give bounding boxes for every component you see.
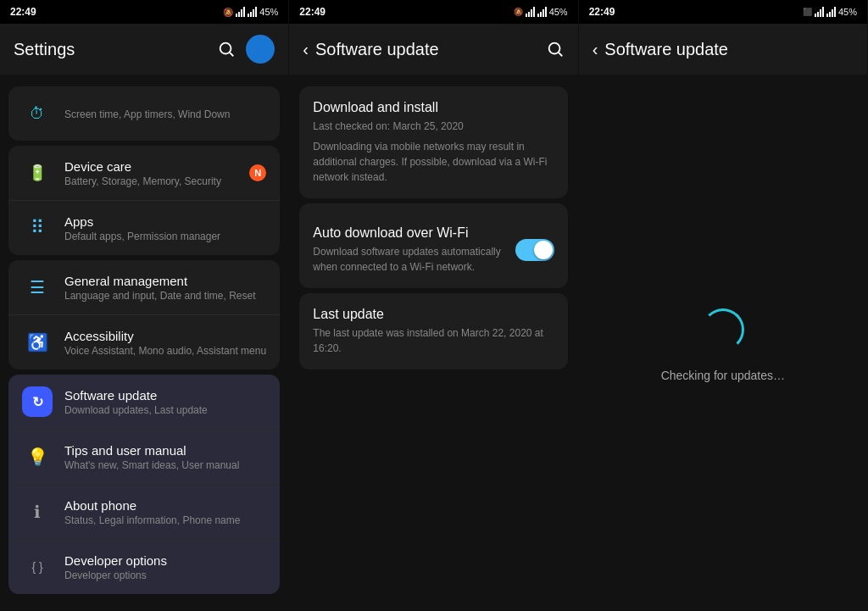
auto-download-toggle-row: Auto download over Wi-Fi Download softwa…: [313, 225, 554, 275]
time-1: 22:49: [10, 6, 36, 18]
accessibility-subtitle: Voice Assistant, Mono audio, Assistant m…: [64, 345, 266, 357]
back-button-3[interactable]: ‹: [593, 40, 598, 59]
loading-spinner: [698, 304, 748, 355]
software-update-panel: 22:49 🔕 45% ‹ Software update Download a…: [289, 0, 578, 611]
software-update-app-bar: ‹ Software update: [289, 24, 577, 75]
svg-line-3: [559, 53, 562, 56]
tips-title: Tips and user manual: [64, 443, 266, 458]
last-update-card: Last update The last update was installe…: [299, 293, 567, 369]
software-update-icon: ↻: [22, 386, 53, 417]
accessibility-text: Accessibility Voice Assistant, Mono audi…: [64, 329, 266, 357]
about-phone-title: About phone: [64, 498, 266, 513]
screenshot-icon: ⬛: [803, 8, 812, 16]
apps-subtitle: Default apps, Permission manager: [64, 231, 266, 242]
download-install-desc: Downloading via mobile networks may resu…: [313, 139, 554, 185]
notification-badge: N: [249, 164, 266, 181]
settings-panel: 22:49 🔕 45% Settings 👤 ⏱: [0, 0, 289, 611]
status-icons-2: 🔕 45%: [514, 7, 568, 17]
device-care-icon: 🔋: [22, 158, 53, 188]
search-icon-1[interactable]: [217, 40, 236, 58]
status-icons-3: ⬛ 45%: [803, 7, 857, 17]
auto-download-desc: Download software updates automatically …: [313, 244, 515, 275]
general-mgmt-subtitle: Language and input, Date and time, Reset: [64, 290, 266, 302]
settings-content: ⏱ Screen time, App timers, Wind Down 🔋 D…: [0, 75, 288, 611]
signal-icon-1: [236, 7, 245, 17]
status-bar-1: 22:49 🔕 45%: [0, 0, 288, 24]
about-phone-text: About phone Status, Legal information, P…: [64, 498, 266, 526]
status-bar-2: 22:49 🔕 45%: [289, 0, 577, 24]
settings-app-bar: Settings 👤: [0, 24, 288, 75]
signal-icon-5: [815, 7, 824, 17]
screen-time-subtitle: Screen time, App timers, Wind Down: [64, 108, 266, 120]
list-item[interactable]: 💡 Tips and user manual What's new, Smart…: [8, 430, 280, 485]
auto-download-title: Auto download over Wi-Fi: [313, 225, 515, 241]
settings-title: Settings: [14, 40, 217, 59]
svg-line-1: [230, 53, 233, 56]
time-3: 22:49: [589, 6, 615, 18]
list-item[interactable]: 🔋 Device care Battery, Storage, Memory, …: [8, 146, 280, 201]
general-mgmt-icon: ☰: [22, 272, 53, 303]
signal-icon-2: [248, 7, 257, 17]
list-item[interactable]: ♿ Accessibility Voice Assistant, Mono au…: [8, 315, 280, 369]
battery-2: 45%: [549, 7, 568, 17]
last-update-title: Last update: [313, 307, 554, 322]
auto-download-card: Auto download over Wi-Fi Download softwa…: [299, 203, 567, 288]
checking-area: Checking for updates…: [579, 75, 867, 611]
battery-3: 45%: [838, 7, 857, 17]
screen-time-text: Screen time, App timers, Wind Down: [64, 107, 266, 120]
auto-download-toggle[interactable]: [515, 239, 554, 261]
software-update-checking-panel: 22:49 ⬛ 45% ‹ Software update Checking f…: [579, 0, 868, 611]
settings-group-software: ↻ Software update Download updates, Last…: [8, 375, 280, 594]
list-item[interactable]: ⏱ Screen time, App timers, Wind Down: [8, 86, 280, 141]
general-mgmt-text: General management Language and input, D…: [64, 274, 266, 302]
settings-bar-icons: 👤: [217, 35, 275, 64]
status-icons-1: 🔕 45%: [223, 7, 278, 17]
list-item[interactable]: ℹ About phone Status, Legal information,…: [8, 485, 280, 540]
download-install-sub: Last checked on: March 25, 2020: [313, 119, 554, 134]
device-care-title: Device care: [64, 159, 249, 174]
screen-time-icon: ⏱: [22, 98, 53, 129]
list-item[interactable]: ⠿ Apps Default apps, Permission manager: [8, 201, 280, 255]
apps-title: Apps: [64, 214, 266, 229]
mute-icon-2: 🔕: [514, 8, 523, 16]
software-update-title-bar: Software update: [315, 40, 546, 59]
software-update-checking-app-bar: ‹ Software update: [579, 24, 867, 75]
last-update-desc: The last update was installed on March 2…: [313, 325, 554, 356]
status-bar-3: 22:49 ⬛ 45%: [579, 0, 867, 24]
software-update-title: Software update: [64, 388, 266, 403]
developer-options-icon: { }: [22, 552, 53, 582]
software-update-subtitle: Download updates, Last update: [64, 404, 266, 416]
software-update-text: Software update Download updates, Last u…: [64, 388, 266, 416]
apps-icon: ⠿: [22, 213, 53, 243]
signal-icon-3: [526, 7, 535, 17]
general-mgmt-title: General management: [64, 274, 266, 288]
search-icon-2[interactable]: [546, 40, 565, 58]
back-button-2[interactable]: ‹: [303, 40, 309, 59]
mute-icon: 🔕: [223, 8, 233, 17]
list-item[interactable]: ↻ Software update Download updates, Last…: [8, 375, 280, 430]
list-item[interactable]: { } Developer options Developer options: [8, 540, 280, 594]
developer-options-subtitle: Developer options: [64, 569, 266, 581]
tips-subtitle: What's new, Smart ideas, User manual: [64, 459, 266, 471]
avatar-icon[interactable]: 👤: [246, 35, 275, 64]
download-install-title: Download and install: [313, 100, 554, 115]
settings-group-top: ⏱ Screen time, App timers, Wind Down: [8, 86, 280, 141]
about-phone-icon: ℹ: [22, 497, 53, 527]
accessibility-title: Accessibility: [64, 329, 266, 343]
settings-group-general: ☰ General management Language and input,…: [8, 260, 280, 369]
device-care-subtitle: Battery, Storage, Memory, Security: [64, 175, 249, 187]
svg-point-2: [548, 43, 559, 54]
apps-text: Apps Default apps, Permission manager: [64, 214, 266, 242]
signal-icon-4: [537, 7, 547, 17]
svg-point-0: [220, 43, 231, 54]
download-install-card[interactable]: Download and install Last checked on: Ma…: [299, 86, 567, 198]
signal-icon-6: [826, 7, 836, 17]
spinner-arc: [702, 308, 744, 351]
battery-1: 45%: [259, 7, 278, 17]
settings-group-care: 🔋 Device care Battery, Storage, Memory, …: [8, 146, 280, 255]
device-care-text: Device care Battery, Storage, Memory, Se…: [64, 159, 249, 187]
list-item[interactable]: ☰ General management Language and input,…: [8, 260, 280, 315]
accessibility-icon: ♿: [22, 327, 53, 358]
software-update-checking-title: Software update: [604, 40, 854, 59]
about-phone-subtitle: Status, Legal information, Phone name: [64, 514, 266, 526]
